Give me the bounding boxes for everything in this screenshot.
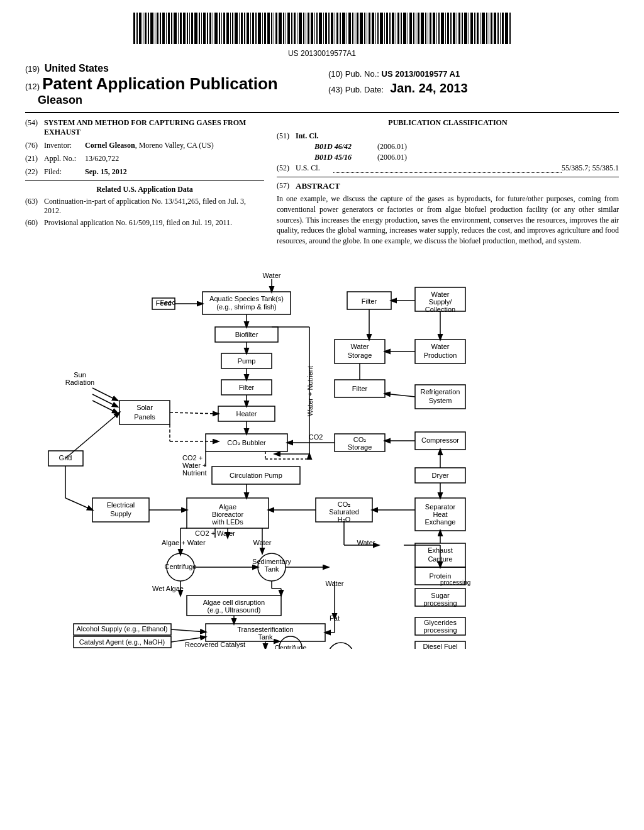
svg-rect-36 — [239, 13, 240, 44]
svg-rect-94 — [408, 13, 408, 44]
pub-date-label: (43) Pub. Date: — [328, 85, 384, 94]
water-storage-text1: Water — [351, 343, 369, 350]
svg-rect-128 — [505, 13, 508, 44]
class-b01d-45-row: B01D 45/16 (2006.01) — [277, 153, 619, 162]
inventor-num: (76) — [25, 141, 44, 150]
water-storage-text2: Storage — [348, 351, 372, 359]
svg-rect-122 — [489, 13, 489, 44]
abstract-num: (57) — [277, 181, 289, 194]
svg-rect-58 — [303, 13, 304, 44]
diagram-area: Water Aquatic Species Tank(s) (e.g., shr… — [26, 259, 618, 651]
filed-num: (22) — [25, 167, 44, 177]
related-section: Related U.S. Application Data (63) Conti… — [25, 185, 264, 228]
svg-rect-109 — [450, 13, 452, 44]
title-text: SYSTEM AND METHOD FOR CAPTURING GASES FR… — [44, 118, 264, 137]
svg-rect-12 — [168, 13, 170, 44]
alcohol-text: Alcohol Supply (e.g., Ethanol) — [77, 625, 168, 633]
svg-rect-22 — [199, 13, 200, 44]
classification-table: (51) Int. Cl. B01D 46/42 (2006.01) B01D … — [277, 131, 619, 173]
svg-rect-69 — [335, 13, 335, 44]
svg-rect-49 — [275, 13, 277, 44]
pub-number-line: US 20130019577A1 — [25, 49, 619, 58]
barcode-image — [133, 13, 511, 44]
svg-rect-72 — [342, 13, 345, 44]
co2-label-arrow: CO2 — [309, 433, 323, 441]
svg-rect-32 — [226, 13, 229, 44]
algae-bio-text2: Bioreactor — [212, 511, 243, 518]
svg-rect-78 — [360, 13, 363, 44]
svg-rect-87 — [386, 13, 388, 44]
heater-text: Heater — [236, 410, 257, 418]
svg-rect-118 — [477, 13, 479, 44]
class-b01d-45-code: B01D 45/16 — [314, 153, 377, 162]
svg-line-141 — [92, 401, 118, 413]
wet-algae-label: Wet Algae — [152, 585, 184, 592]
svg-rect-19 — [189, 13, 190, 44]
solar-panels-text1: Solar — [136, 404, 153, 411]
header-section: (19) United States (12) Patent Applicati… — [25, 63, 619, 107]
svg-rect-39 — [247, 13, 249, 44]
svg-rect-10 — [162, 13, 165, 44]
country-label: (19) United States — [25, 63, 316, 74]
trans-text2: Tank — [258, 633, 273, 641]
main-content: (54) SYSTEM AND METHOD FOR CAPTURING GAS… — [25, 118, 619, 246]
trans-text1: Transesterification — [237, 626, 293, 633]
svg-rect-54 — [291, 13, 292, 44]
electrical-text2: Supply — [110, 510, 131, 517]
svg-rect-81 — [369, 13, 370, 44]
algae-bio-text1: Algae — [219, 503, 236, 511]
appl-label: Appl. No.: — [44, 154, 85, 163]
us-cl-num: (52) — [277, 163, 296, 173]
class-b01d-46-row: B01D 46/42 (2006.01) — [277, 142, 619, 152]
pub-no-label: (10) Pub. No.: — [328, 69, 379, 79]
svg-rect-20 — [191, 13, 193, 44]
svg-rect-35 — [235, 13, 238, 44]
svg-rect-111 — [457, 13, 457, 44]
svg-rect-105 — [438, 13, 440, 44]
svg-rect-119 — [480, 13, 480, 44]
svg-rect-52 — [286, 13, 286, 44]
svg-rect-127 — [502, 13, 504, 44]
svg-rect-47 — [271, 13, 272, 44]
related-60: (60) Provisional application No. 61/509,… — [25, 218, 264, 228]
pub-date-row: (43) Pub. Date: Jan. 24, 2013 — [328, 81, 619, 96]
sed-tank-text2: Tank — [264, 565, 279, 573]
svg-rect-101 — [428, 13, 428, 44]
refrig-text2: System — [429, 397, 452, 404]
svg-rect-34 — [232, 13, 233, 44]
svg-rect-51 — [283, 13, 284, 44]
pub-date-value: Jan. 24, 2013 — [390, 81, 467, 96]
abstract-title: ABSTRACT — [296, 181, 340, 191]
sun-radiation-label2: Radiation — [65, 379, 94, 386]
inventor-label: Inventor: — [44, 141, 85, 150]
filed-field: (22) Filed: Sep. 15, 2012 — [25, 167, 264, 177]
svg-rect-106 — [441, 13, 444, 44]
svg-rect-7 — [155, 13, 155, 44]
svg-rect-100 — [425, 13, 426, 44]
appl-field: (21) Appl. No.: 13/620,722 — [25, 154, 264, 163]
svg-rect-59 — [306, 13, 306, 44]
svg-rect-79 — [364, 13, 365, 44]
svg-line-182 — [171, 629, 206, 632]
filed-value: Sep. 15, 2012 — [85, 167, 264, 177]
water-prod-text2: Production — [424, 351, 457, 359]
svg-rect-66 — [325, 13, 327, 44]
svg-line-150 — [385, 394, 415, 397]
svg-line-190 — [65, 498, 92, 510]
water-nutrient-label: Water + Nutrient — [306, 366, 314, 416]
svg-rect-110 — [453, 13, 455, 44]
svg-line-140 — [92, 394, 118, 407]
svg-rect-38 — [244, 13, 245, 44]
svg-rect-85 — [380, 13, 383, 44]
country-name: United States — [45, 63, 109, 74]
svg-rect-99 — [421, 13, 424, 44]
main-divider — [25, 112, 619, 113]
svg-rect-4 — [145, 13, 147, 44]
filed-label: Filed: — [44, 167, 85, 177]
water-prod-text1: Water — [431, 343, 450, 350]
separator-text2: Heat — [433, 511, 447, 518]
svg-rect-71 — [340, 13, 341, 44]
svg-rect-23 — [201, 13, 202, 44]
svg-rect-67 — [328, 13, 330, 44]
abstract-text: In one example, we discuss the capture o… — [277, 194, 619, 246]
